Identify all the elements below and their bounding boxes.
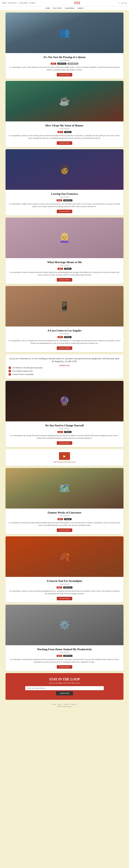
read-more-button[interactable]: READ MORE <box>57 278 72 282</box>
article-image: 🍂 <box>5 536 124 577</box>
article-card: ⚙️ Working From Home Tanked My Productiv… <box>5 605 124 671</box>
promo-cta[interactable]: STRIKE THAT <box>8 365 121 367</box>
promo-links: ● Anti-Whatever, the #disruptive Special… <box>8 367 121 376</box>
read-more-button[interactable]: READ MORE <box>57 441 72 445</box>
article-tags: SELF TRAVEL <box>8 268 121 270</box>
sub-nav-post[interactable]: POST STUFF <box>53 7 62 9</box>
sub-nav: HOME POST STUFF CATEGORIES SEARCH <box>0 6 129 10</box>
nav-left: HOME POST STUFF CATEGORIES SEARCH <box>2 2 35 4</box>
article-card: 👩 Leaving San Francisco Sara Hansen SELF… <box>5 149 124 215</box>
footer-link-contact[interactable]: CONTACT <box>64 704 70 705</box>
article-title: It's Not Just the Passing of a Queen <box>8 56 121 59</box>
footer-nav: HOME ABOUT CONTACT PRIVACY <box>2 704 127 705</box>
article-author: Sara Hansen <box>8 428 121 430</box>
promo-link-text[interactable]: The Creativity Supply Chain <box>12 370 33 372</box>
read-more-button[interactable]: READ MORE <box>57 528 72 532</box>
instagram-icon[interactable]: in <box>122 2 124 4</box>
nav-link-search[interactable]: SEARCH <box>30 2 35 4</box>
read-more-button[interactable]: READ MORE <box>57 210 72 213</box>
tag-self: SELF <box>51 63 56 65</box>
facebook-icon[interactable]: f <box>119 2 119 4</box>
footer-link-home[interactable]: HOME <box>52 704 56 705</box>
site-logo[interactable]: XXX <box>74 1 80 5</box>
article-excerpt: It is impossible to visit Los Angeles an… <box>8 340 121 345</box>
footer-link-privacy[interactable]: PRIVACY <box>71 704 77 705</box>
article-tags: SELF TRAVEL <box>8 336 121 338</box>
article-tags: SELF LIFESTYLE <box>8 199 121 202</box>
article-body: Working From Home Tanked My Productivity… <box>5 645 124 671</box>
tag-self: SELF <box>58 131 63 133</box>
sub-nav-categories[interactable]: CATEGORIES <box>65 7 74 9</box>
article-excerpt: It is impossible to go through life with… <box>8 434 121 439</box>
read-more-button[interactable]: READ MORE <box>57 73 72 76</box>
video-thumbnail[interactable]: ▶ <box>59 452 70 460</box>
read-more-button[interactable]: READ MORE <box>57 665 72 669</box>
article-author: Sara Hansen <box>8 59 121 61</box>
bullet-icon: ● <box>8 370 11 372</box>
article-author: Sara Hansen <box>8 333 121 335</box>
tag-travel: TRAVEL <box>64 518 71 520</box>
article-title: A Love Letter to Los Angeles <box>8 329 121 332</box>
article-excerpt: It is impossible to think about culture … <box>8 522 121 527</box>
article-author: Sara Hansen <box>8 652 121 653</box>
article-title: Famous Works of Literature <box>8 511 121 514</box>
video-url[interactable]: https://www.SomeSeries.com/ <box>8 461 121 463</box>
nav-link-home[interactable]: HOME <box>2 2 7 4</box>
footer-link-about[interactable]: ABOUT <box>58 704 62 705</box>
newsletter-title: STAY IN THE LOOP <box>8 678 121 681</box>
nav-link-post[interactable]: POST STUFF <box>8 2 17 4</box>
twitter-icon[interactable]: t <box>120 2 121 4</box>
footer: HOME ABOUT CONTACT PRIVACY © 2022 All Ri… <box>0 702 129 709</box>
article-title: Leaving San Francisco <box>8 192 121 195</box>
navigation: HOME POST STUFF CATEGORIES SEARCH XXX f … <box>0 0 129 6</box>
tag-lifestyle: LIFESTYLE <box>63 655 72 657</box>
article-card: 👱‍♀️ What Marriage Means to Me Sara Hans… <box>5 218 124 284</box>
article-image: ⚙️ <box>5 605 124 645</box>
article-image: 📱 <box>5 286 124 327</box>
read-more-button[interactable]: READ MORE <box>57 597 72 600</box>
tag-lifestyle: LIFESTYLE <box>57 63 67 65</box>
search-icon[interactable]: 🔍 <box>125 2 127 4</box>
list-item: ● The Creativity Supply Chain <box>8 370 121 372</box>
article-title: Working From Home Tanked My Productivity <box>8 648 121 651</box>
video-block: ▶ https://www.SomeSeries.com/ <box>5 449 124 466</box>
article-image: 👥 <box>5 12 124 53</box>
article-tags: SELF TRAVEL <box>8 518 121 520</box>
promo-link-text[interactable]: A Search Tool for Serendipity <box>12 373 34 375</box>
article-title: Do You Need to Change Yourself <box>8 424 121 427</box>
bullet-icon: ● <box>8 367 11 369</box>
list-item: ● A Search Tool for Serendipity <box>8 373 121 376</box>
tag-self: SELF <box>58 431 63 433</box>
nav-link-categories[interactable]: CATEGORIES <box>19 2 28 4</box>
article-body: How I Kept My Sense of Humor Sara Hansen… <box>5 121 124 147</box>
promo-link-text[interactable]: Anti-Whatever, the #disruptive Specialis… <box>12 367 43 369</box>
article-tags: SELF TRAVEL <box>8 431 121 433</box>
article-author: Sara Hansen <box>8 583 121 585</box>
read-more-button[interactable]: READ MORE <box>57 141 72 145</box>
article-tags: SELF LIFESTYLE <box>8 586 121 588</box>
article-image: 👱‍♀️ <box>5 218 124 258</box>
newsletter-block: STAY IN THE LOOP Join our newsletter and… <box>5 673 124 700</box>
article-excerpt: It is impossible to wake up in the morni… <box>8 134 121 140</box>
article-excerpt: It is impossible to pretend that working… <box>8 658 121 663</box>
read-more-button[interactable]: READ MORE <box>57 346 72 350</box>
article-body: A Love Letter to Los Angeles Sara Hansen… <box>5 327 124 352</box>
article-body: Leaving San Francisco Sara Hansen SELF L… <box>5 190 124 215</box>
tag-travel: TRAVEL <box>64 131 71 133</box>
article-body: What Marriage Means to Me Sara Hansen SE… <box>5 258 124 284</box>
newsletter-email-input[interactable] <box>25 686 104 690</box>
promo-block: If you are in-between us, we are working… <box>5 354 124 379</box>
article-image: ☕ <box>5 81 124 121</box>
sub-nav-search-text[interactable]: SEARCH <box>77 7 84 9</box>
article-title: How I Kept My Sense of Humor <box>8 124 121 127</box>
article-author: Sara Hansen <box>8 265 121 266</box>
nav-right: f t in 🔍 <box>119 2 127 4</box>
article-author: Sara Hansen <box>8 515 121 517</box>
article-card: ☕ How I Kept My Sense of Humor Sara Hans… <box>5 81 124 147</box>
article-excerpt: It is impossible to explain what it mean… <box>8 203 121 208</box>
sub-nav-home[interactable]: HOME <box>45 7 50 9</box>
article-author: Sara Hansen <box>8 128 121 129</box>
article-card: 👥 It's Not Just the Passing of a Queen S… <box>5 12 124 79</box>
newsletter-subscribe-button[interactable]: SUBSCRIBE <box>56 691 73 695</box>
tag-travel: TRAVEL <box>64 431 71 433</box>
